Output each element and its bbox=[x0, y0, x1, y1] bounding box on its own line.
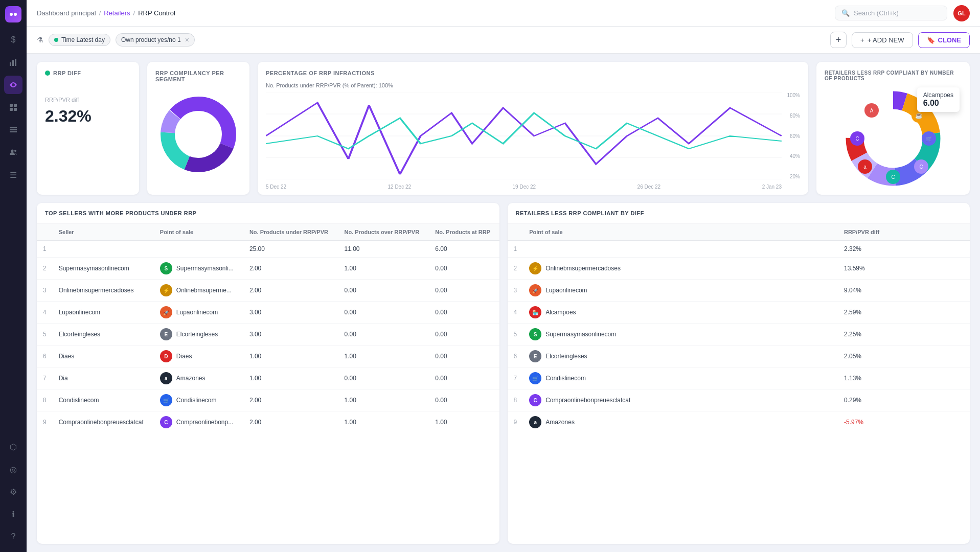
table-row[interactable]: 9 Compraonlinebonpreuesclatcat C Comprao… bbox=[37, 411, 499, 433]
retailers-title: RETAILERS LESS RRP COMPLIANT BY NUMBER O… bbox=[825, 70, 962, 81]
at-cell: 0.00 bbox=[429, 346, 499, 367]
pos-badge: E bbox=[529, 350, 541, 362]
breadcrumb-item-2[interactable]: Retailers bbox=[104, 9, 130, 17]
pos-name: Diaes bbox=[176, 353, 192, 360]
svg-text:☕: ☕ bbox=[915, 111, 923, 119]
filter-close-icon[interactable]: × bbox=[185, 36, 189, 44]
table-row[interactable]: 8 Condislinecom 🛒 Condislinecom 2.00 1.0… bbox=[37, 389, 499, 411]
col-under[interactable]: No. Products under RRP/PVR bbox=[243, 224, 338, 241]
filter-tag-own-product[interactable]: Own product yes/no 1 × bbox=[116, 33, 195, 47]
sidebar-icon-puzzle[interactable]: ⬡ bbox=[4, 438, 22, 456]
top-sellers-table: Seller Point of sale No. Products under … bbox=[37, 224, 499, 433]
table-row[interactable]: 8 C Compraonlinebonpreuesclatcat 0.29% bbox=[508, 389, 970, 411]
row-num: 6 bbox=[37, 346, 53, 367]
table-row[interactable]: 4 🏪 Alcampoes 2.59% bbox=[508, 302, 970, 324]
row-num: 1 bbox=[508, 241, 523, 258]
sidebar-icon-help[interactable]: ? bbox=[4, 527, 22, 546]
breadcrumb-item-1[interactable]: Dashboard principal bbox=[37, 9, 96, 17]
pos-cell-r: C Compraonlinebonpreuesclatcat bbox=[523, 389, 838, 411]
row-num: 2 bbox=[37, 258, 53, 280]
over-cell: 1.00 bbox=[338, 346, 429, 367]
search-bar[interactable]: 🔍 Search (Ctrl+k) bbox=[835, 6, 947, 20]
seller-cell: Dia bbox=[53, 367, 154, 389]
under-cell: 1.00 bbox=[243, 346, 338, 367]
rrp-diff-sublabel: RRP/PVR diff bbox=[45, 97, 131, 103]
sidebar-icon-info[interactable]: ℹ bbox=[4, 505, 22, 523]
row-num: 5 bbox=[37, 324, 53, 346]
sidebar-icon-grid[interactable] bbox=[4, 98, 22, 117]
col-num-r bbox=[508, 224, 523, 241]
filter-tag-label-1: Time Latest day bbox=[61, 36, 105, 43]
logo[interactable] bbox=[5, 6, 21, 22]
table-row[interactable]: 5 Elcorteingleses E Elcorteingleses 3.00… bbox=[37, 324, 499, 346]
pos-name: Elcorteingleses bbox=[545, 353, 587, 360]
svg-point-12 bbox=[11, 150, 14, 152]
col-over[interactable]: No. Products over RRP/PVR bbox=[338, 224, 429, 241]
table-row[interactable]: 2 Supermasymasonlinecom S Supermasymason… bbox=[37, 258, 499, 280]
table-row[interactable]: 3 Onlinebmsupermercadoses ⚡ Onlinebmsupe… bbox=[37, 280, 499, 302]
table-row[interactable]: 7 Dia a Amazones 1.00 0.00 0.00 bbox=[37, 367, 499, 389]
row-num: 4 bbox=[508, 302, 523, 324]
top-sellers-scroll[interactable]: Seller Point of sale No. Products under … bbox=[37, 224, 499, 544]
diff-cell: 2.05% bbox=[838, 346, 970, 367]
add-filter-button[interactable]: + bbox=[830, 32, 847, 48]
col-seller[interactable]: Seller bbox=[53, 224, 154, 241]
pos-name: Supermasymasonlinecom bbox=[545, 331, 616, 338]
filter-icon: ⚗ bbox=[37, 36, 43, 44]
sidebar-icon-settings[interactable]: ⚙ bbox=[4, 482, 22, 501]
table-row[interactable]: 4 Lupaonlinecom 🚀 Lupaonlinecom 3.00 0.0… bbox=[37, 302, 499, 324]
pos-cell-r bbox=[523, 241, 838, 258]
table-row[interactable]: 2 ⚡ Onlinebmsupermercadoses 13.59% bbox=[508, 258, 970, 280]
col-diff-r[interactable]: RRP/PVR diff bbox=[838, 224, 970, 241]
sidebar-icon-compass[interactable]: ◎ bbox=[4, 460, 22, 478]
rrp-diff-title: RRP DIFF bbox=[53, 70, 81, 76]
rrp-diff-value: 2.32% bbox=[45, 107, 131, 126]
svg-text:C: C bbox=[919, 164, 923, 170]
filter-tag-time[interactable]: Time Latest day bbox=[49, 34, 110, 46]
table-row[interactable]: 7 🛒 Condislinecom 1.13% bbox=[508, 367, 970, 389]
row-num: 9 bbox=[37, 411, 53, 433]
table-row[interactable]: 1 25.00 11.00 6.00 bbox=[37, 241, 499, 258]
svg-rect-7 bbox=[10, 108, 13, 111]
table-row[interactable]: 6 Diaes D Diaes 1.00 1.00 0.00 bbox=[37, 346, 499, 367]
rrp-diff-header: RRP DIFF bbox=[45, 70, 131, 76]
pos-cell: S Supermasymasonli... bbox=[154, 258, 243, 280]
pos-badge: S bbox=[160, 262, 172, 274]
retailers-diff-table: Point of sale RRP/PVR diff 1 2.32% 2 ⚡ O… bbox=[508, 224, 970, 433]
svg-rect-11 bbox=[10, 131, 17, 132]
seller-cell: Elcorteingleses bbox=[53, 324, 154, 346]
sidebar-icon-users[interactable] bbox=[4, 143, 22, 162]
svg-point-13 bbox=[14, 150, 16, 152]
header: Dashboard principal / Retailers / RRP Co… bbox=[27, 0, 980, 27]
table-row[interactable]: 6 E Elcorteingleses 2.05% bbox=[508, 346, 970, 367]
rrp-compliancy-title: RRP COMPILANCY PER SEGMENT bbox=[155, 70, 241, 82]
pos-name: Supermasymasonli... bbox=[176, 265, 234, 272]
svg-point-18 bbox=[176, 112, 221, 157]
col-pos-r[interactable]: Point of sale bbox=[523, 224, 838, 241]
sidebar-icon-eye[interactable] bbox=[4, 76, 22, 94]
retailers-diff-scroll[interactable]: Point of sale RRP/PVR diff 1 2.32% 2 ⚡ O… bbox=[508, 224, 970, 544]
over-cell: 1.00 bbox=[338, 411, 429, 433]
svg-rect-8 bbox=[14, 108, 17, 111]
table-row[interactable]: 5 S Supermasymasonlinecom 2.25% bbox=[508, 324, 970, 346]
pos-cell: a Amazones bbox=[154, 367, 243, 389]
sidebar-icon-dollar[interactable]: $ bbox=[4, 31, 22, 49]
clone-button[interactable]: 🔖 CLONE bbox=[918, 32, 970, 48]
main-content: Dashboard principal / Retailers / RRP Co… bbox=[27, 0, 980, 552]
pos-badge: E bbox=[160, 328, 172, 340]
add-new-button[interactable]: + + ADD NEW bbox=[852, 32, 913, 48]
top-sellers-table-widget: TOP SELLERS WITH MORE PRODUCTS UNDER RRP… bbox=[37, 203, 499, 544]
pos-name: Compraonlinebonp... bbox=[176, 419, 233, 426]
sidebar-icon-list[interactable] bbox=[4, 121, 22, 139]
rrp-compliancy-chart bbox=[155, 88, 241, 180]
at-cell: 1.00 bbox=[429, 411, 499, 433]
pos-name: Condislinecom bbox=[176, 397, 217, 404]
col-pos[interactable]: Point of sale bbox=[154, 224, 243, 241]
table-row[interactable]: 1 2.32% bbox=[508, 241, 970, 258]
sidebar-icon-menu[interactable]: ☰ bbox=[4, 166, 22, 184]
col-at[interactable]: No. Products at RRP bbox=[429, 224, 499, 241]
table-row[interactable]: 9 a Amazones -5.97% bbox=[508, 411, 970, 433]
svg-rect-2 bbox=[10, 62, 11, 66]
sidebar-icon-chart[interactable] bbox=[4, 53, 22, 72]
table-row[interactable]: 3 🚀 Lupaonlinecom 9.04% bbox=[508, 280, 970, 302]
